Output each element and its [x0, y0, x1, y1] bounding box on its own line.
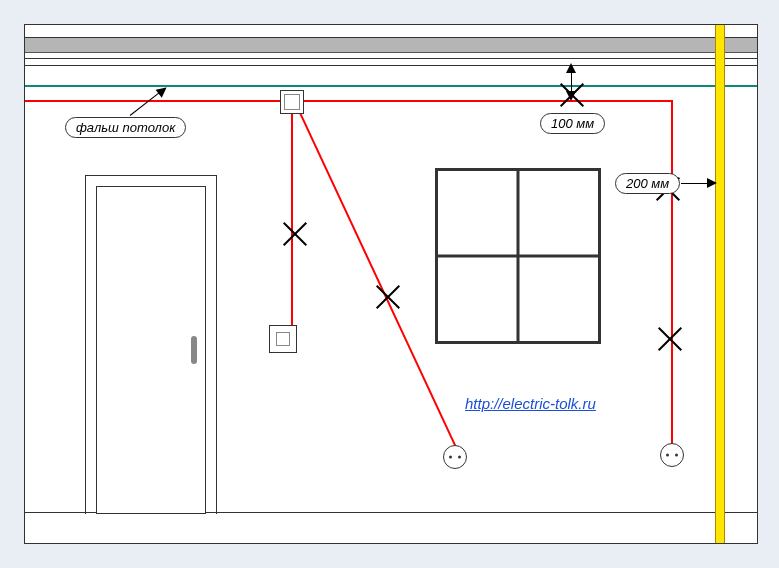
arrow-down-icon — [566, 91, 576, 101]
junction-box-inner — [284, 94, 300, 110]
ceiling-molding — [25, 58, 757, 66]
wall-frame: фальш потолок 100 мм 200 мм http://elect… — [24, 24, 758, 544]
cross-mark-icon — [373, 283, 401, 311]
diagram-canvas: фальш потолок 100 мм 200 мм http://elect… — [0, 0, 779, 568]
wire-diagonal-to-outlet — [299, 112, 457, 448]
ceiling-slab — [25, 37, 757, 53]
wire-to-outlet-right — [671, 100, 673, 445]
light-switch — [269, 325, 297, 353]
label-100mm: 100 мм — [540, 113, 605, 134]
arrow-right-icon — [707, 178, 717, 188]
outlet-right — [660, 443, 684, 467]
label-false-ceiling: фальш потолок — [65, 117, 186, 138]
source-link[interactable]: http://electric-tolk.ru — [465, 395, 596, 412]
door-handle — [191, 336, 197, 364]
door — [85, 175, 217, 514]
gas-pipe — [715, 25, 725, 543]
false-ceiling-line — [25, 85, 757, 87]
door-leaf — [96, 186, 206, 514]
label-200mm: 200 мм — [615, 173, 680, 194]
cross-mark-icon — [655, 325, 683, 353]
floor-line — [25, 512, 757, 537]
arrow-up-icon — [566, 63, 576, 73]
window — [435, 168, 601, 344]
junction-box — [280, 90, 304, 114]
outlet-left — [443, 445, 467, 469]
cross-mark-icon — [280, 220, 308, 248]
